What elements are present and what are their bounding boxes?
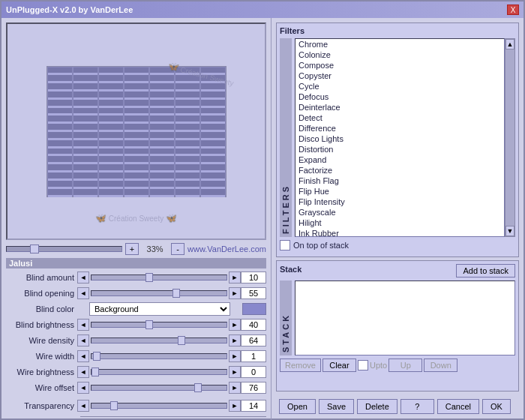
filter-item-distortion[interactable]: Distortion: [296, 144, 504, 154]
param-right-blind-brightness[interactable]: ►: [229, 319, 241, 331]
param-label-wire-brightness: Wire brightness: [6, 368, 77, 376]
zoom-slider[interactable]: [6, 246, 122, 252]
param-dropdown-blind-color[interactable]: Background Foreground: [89, 302, 230, 316]
param-value-transparency[interactable]: [241, 400, 266, 412]
param-label-wire-offset: Wire offset: [6, 383, 77, 392]
filter-item-flip-intensity[interactable]: Flip Intensity: [296, 196, 504, 207]
filter-item-defocus[interactable]: Defocus: [296, 92, 504, 102]
param-row: Blind opening ◄ ►: [6, 286, 266, 301]
add-to-stack-button[interactable]: Add to stack: [456, 264, 515, 278]
param-slider-wire-density[interactable]: [91, 338, 227, 344]
up-button[interactable]: Up: [388, 358, 422, 372]
param-left-wire-offset[interactable]: ◄: [77, 382, 89, 394]
blind-color-swatch[interactable]: [242, 303, 266, 315]
filter-item-hilight[interactable]: Hilight: [296, 218, 504, 228]
param-right-wire-density[interactable]: ►: [229, 334, 241, 346]
param-right-wire-brightness[interactable]: ►: [229, 366, 241, 378]
param-value-wire-width[interactable]: [241, 350, 266, 362]
filters-list[interactable]: Chrome Colonize Compose Copyster Cycle D…: [295, 38, 505, 237]
param-value-blind-brightness[interactable]: [241, 319, 266, 331]
zoom-url: www.VanDerLee.com: [188, 244, 266, 254]
param-slider-blind-opening[interactable]: [91, 290, 227, 296]
transparency-row: Transparency ◄ ►: [6, 398, 266, 413]
filters-list-container: FILTERS Chrome Colonize Compose Copyster…: [280, 38, 515, 237]
watermark-bottom: 🦋 Création Sweety 🦋: [95, 213, 177, 224]
param-label-blind-color: Blind color: [6, 304, 77, 314]
zoom-bar: + 33% - www.VanDerLee.com: [6, 243, 266, 255]
zoom-thumb[interactable]: [30, 244, 39, 254]
filter-item-difference[interactable]: Difference: [296, 123, 504, 134]
param-slider-transparency[interactable]: [91, 403, 227, 409]
open-button[interactable]: Open: [279, 399, 316, 414]
param-label-wire-density: Wire density: [6, 336, 77, 345]
filter-item-compose[interactable]: Compose: [296, 60, 504, 70]
ok-button[interactable]: OK: [482, 399, 511, 414]
param-slider-wire-width[interactable]: [91, 353, 227, 359]
param-left-blind-brightness[interactable]: ◄: [77, 319, 89, 331]
filter-item-deinterlace[interactable]: Deinterlace: [296, 102, 504, 112]
zoom-in-button[interactable]: +: [125, 243, 139, 255]
param-slider-wire-brightness[interactable]: [91, 369, 227, 375]
scroll-track[interactable]: [506, 50, 514, 226]
stack-vertical-label: STACK: [280, 280, 292, 356]
save-button[interactable]: Save: [319, 399, 354, 414]
filters-section: Filters FILTERS Chrome Colonize Compose …: [276, 22, 519, 257]
cancel-button[interactable]: Cancel: [437, 399, 479, 414]
filter-item-ink-rubber[interactable]: Ink Rubber: [296, 228, 504, 237]
down-button[interactable]: Down: [424, 358, 458, 372]
remove-button[interactable]: Remove: [280, 358, 321, 372]
stack-title: Stack: [280, 265, 302, 274]
filter-item-colonize[interactable]: Colonize: [296, 50, 504, 60]
filter-item-disco-lights[interactable]: Disco Lights: [296, 134, 504, 144]
param-slider-wire-offset[interactable]: [91, 385, 227, 391]
param-left-transparency[interactable]: ◄: [77, 400, 89, 412]
filter-item-expand[interactable]: Expand: [296, 154, 504, 165]
param-label-blind-brightness: Blind brightness: [6, 320, 77, 329]
filter-item-cycle[interactable]: Cycle: [296, 81, 504, 92]
param-slider-blind-brightness[interactable]: [91, 322, 227, 328]
filter-item-factorize[interactable]: Factorize: [296, 165, 504, 176]
scroll-up-button[interactable]: ▲: [506, 39, 514, 50]
filter-item-flip-hue[interactable]: Flip Hue: [296, 186, 504, 196]
filter-item-finish-flag[interactable]: Finish Flag: [296, 176, 504, 186]
param-right-wire-width[interactable]: ►: [229, 350, 241, 362]
param-left-blind-amount[interactable]: ◄: [77, 272, 89, 284]
param-right-blind-amount[interactable]: ►: [229, 272, 241, 284]
param-left-wire-density[interactable]: ◄: [77, 334, 89, 346]
param-row: Wire width ◄ ►: [6, 349, 266, 364]
help-button[interactable]: ?: [400, 399, 434, 414]
zoom-out-button[interactable]: -: [171, 243, 184, 255]
clear-button[interactable]: Clear: [322, 358, 356, 372]
param-right-wire-offset[interactable]: ►: [229, 382, 241, 394]
close-button[interactable]: X: [507, 4, 519, 15]
param-slider-blind-amount[interactable]: [91, 274, 227, 280]
left-panel: 🦋 Création Sweety 🦋 Création Sweety 🦋 + …: [2, 18, 272, 420]
stack-section: Stack Add to stack STACK Remove Clear Up…: [276, 260, 519, 392]
param-row: Blind amount ◄ ►: [6, 270, 266, 285]
filter-item-copyster[interactable]: Copyster: [296, 70, 504, 81]
param-left-wire-width[interactable]: ◄: [77, 350, 89, 362]
param-right-blind-opening[interactable]: ►: [229, 287, 241, 299]
upto-checkbox[interactable]: [358, 360, 368, 370]
param-value-blind-opening[interactable]: [241, 287, 266, 299]
param-right-transparency[interactable]: ►: [229, 400, 241, 412]
on-top-checkbox[interactable]: [280, 240, 290, 250]
param-left-wire-brightness[interactable]: ◄: [77, 366, 89, 378]
filter-item-chrome[interactable]: Chrome: [296, 39, 504, 50]
main-window: UnPlugged-X v2.0 by VanDerLee X: [0, 0, 525, 420]
param-value-wire-brightness[interactable]: [241, 366, 266, 378]
param-value-blind-amount[interactable]: [241, 272, 266, 284]
param-left-blind-opening[interactable]: ◄: [77, 287, 89, 299]
jalusi-preview: [46, 66, 226, 197]
scroll-down-button[interactable]: ▼: [506, 226, 514, 236]
filter-item-detect[interactable]: Detect: [296, 112, 504, 123]
stack-list[interactable]: [295, 280, 515, 356]
stack-buttons: Remove Clear Upto Up Down: [280, 358, 515, 372]
delete-button[interactable]: Delete: [357, 399, 398, 414]
blend-mode-select[interactable]: Normal Multiply Screen Overlay: [80, 416, 266, 417]
bottom-buttons: Open Save Delete ? Cancel OK: [276, 396, 519, 417]
filters-scrollbar[interactable]: ▲ ▼: [505, 38, 515, 237]
filter-item-grayscale[interactable]: Grayscale: [296, 207, 504, 218]
param-value-wire-offset[interactable]: [241, 382, 266, 394]
param-value-wire-density[interactable]: [241, 334, 266, 346]
